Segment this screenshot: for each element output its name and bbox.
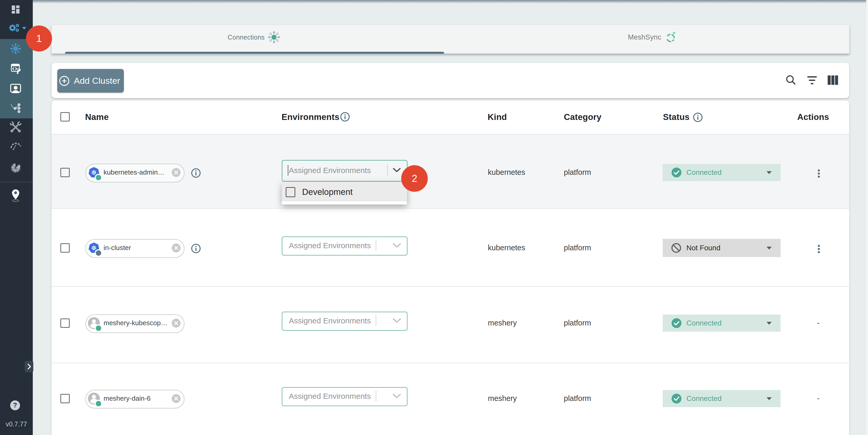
svg-text:?: ?	[13, 401, 17, 409]
